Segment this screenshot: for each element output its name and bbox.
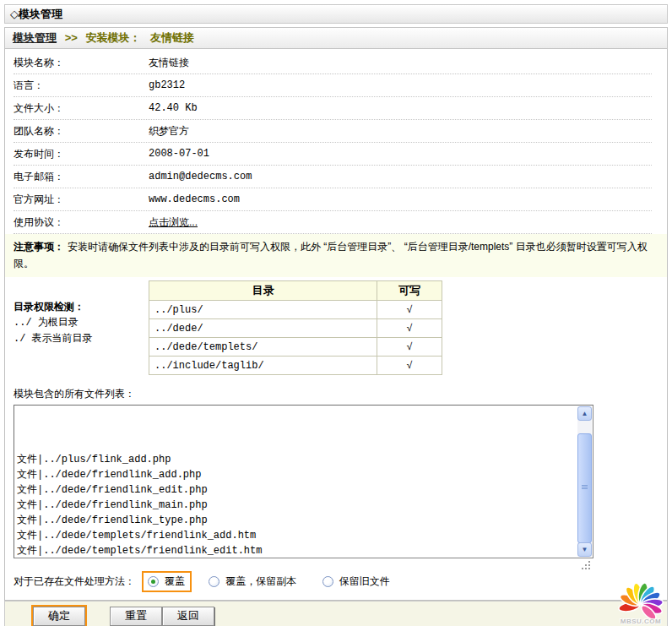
page-title: ◇模块管理 [4, 4, 668, 24]
notice-label: 注意事项： [14, 241, 64, 253]
form-row: 团队名称： 织梦官方 [14, 120, 652, 143]
radio-icon[interactable] [209, 576, 219, 587]
scrollbar-up-button[interactable]: ▲ [577, 406, 592, 421]
form-row: 使用协议： 点击浏览... [14, 211, 652, 234]
filelist-label: 模块包含的所有文件列表： [14, 387, 667, 400]
permission-table-header-row: 目录 可写 [149, 281, 442, 301]
field-label: 官方网址： [14, 188, 149, 210]
resize-grip-icon[interactable] [582, 561, 592, 571]
radio-option-label: 覆盖 [165, 574, 185, 589]
table-row: ../plus/ √ [149, 301, 442, 319]
permission-section: 目录权限检测： ../ 为根目录 ./ 表示当前目录 目录 可写 ../plus… [14, 280, 667, 375]
writable-checkmark: √ [377, 338, 442, 357]
file-entry: 文件|../dede/templets/friendlink_add.htm [17, 528, 578, 543]
directory-path: ../include/taglib/ [149, 357, 377, 375]
field-value: gb2312 [149, 74, 185, 96]
footer-button[interactable]: 确定 [33, 607, 85, 626]
scrollbar-thumb[interactable] [577, 433, 592, 543]
permission-table: 目录 可写 ../plus/ √ ../dede/ √ [149, 280, 442, 375]
field-value: 42.40 Kb [149, 97, 198, 119]
table-row: ../dede/ √ [149, 319, 442, 338]
field-value: www.dedecms.com [149, 188, 240, 210]
table-row: ../dede/templets/ √ [149, 338, 442, 357]
table-row: ../include/taglib/ √ [149, 357, 442, 375]
radio-option-label: 保留旧文件 [339, 574, 390, 589]
writable-checkmark: √ [377, 301, 442, 319]
directory-path: ../dede/ [149, 319, 377, 338]
module-info-fields: 模块名称： 友情链接 语言： gb2312 文件大小： 42.40 Kb 团队名… [5, 52, 667, 234]
field-label: 团队名称： [14, 120, 149, 142]
breadcrumb: 模块管理 >> 安装模块： 友情链接 [4, 27, 668, 49]
field-value: admin@dedecms.com [149, 166, 252, 188]
file-entry: 文件|../dede/friendlink_main.php [17, 498, 578, 513]
footer-action-bar: 确定 重置 返回 [4, 601, 668, 626]
filelist-content: 文件|../plus/flink_add.php文件|../dede/frien… [14, 406, 578, 558]
notice-text: 安装时请确保文件列表中涉及的目录前可写入权限，此外 “后台管理目录”、 “后台管… [14, 241, 648, 269]
field-label: 模块名称： [14, 52, 149, 73]
column-header-writable: 可写 [377, 281, 442, 301]
footer-button[interactable]: 返回 [162, 607, 214, 626]
field-label: 发布时间： [14, 143, 149, 165]
file-handling-label: 对于已存在文件处理方法： [14, 574, 135, 589]
file-entry: 文件|../dede/friendlink_add.php [17, 467, 578, 482]
notice-banner: 注意事项：安装时请确保文件列表中涉及的目录前可写入权限，此外 “后台管理目录”、… [5, 234, 667, 277]
field-value: 2008-07-01 [149, 143, 209, 165]
permission-hint-current: ./ 表示当前目录 [14, 331, 149, 347]
permission-hint-root: ../ 为根目录 [14, 315, 149, 331]
writable-checkmark: √ [377, 319, 442, 338]
form-row: 模块名称： 友情链接 [14, 52, 652, 74]
scrollbar-track[interactable]: ▲ ▼ [577, 406, 592, 557]
field-label: 语言： [14, 74, 149, 96]
file-entry: 文件|../dede/friendlink_edit.php [17, 482, 578, 498]
column-header-directory: 目录 [149, 281, 377, 301]
scrollbar-down-button[interactable]: ▼ [577, 542, 592, 557]
radio-option[interactable]: 覆盖，保留副本 [204, 573, 301, 591]
file-entry: 文件|../dede/templets/friendlink_edit.htm [17, 543, 578, 558]
file-entry: 文件|../dede/friendlink_type.php [17, 513, 578, 528]
module-info-panel: 模块名称： 友情链接 语言： gb2312 文件大小： 42.40 Kb 团队名… [4, 49, 668, 601]
radio-icon[interactable] [148, 576, 159, 587]
form-row: 文件大小： 42.40 Kb [14, 97, 652, 120]
footer-button[interactable]: 重置 [110, 607, 162, 626]
directory-path: ../plus/ [149, 301, 377, 319]
breadcrumb-current-module: 友情链接 [150, 31, 194, 44]
file-entry: 文件|../plus/flink_add.php [17, 452, 578, 467]
form-row: 语言： gb2312 [14, 74, 652, 97]
field-label: 文件大小： [14, 97, 149, 119]
directory-path: ../dede/templets/ [149, 338, 377, 357]
file-handling-options: 覆盖 覆盖，保留副本 保留旧文件 [142, 571, 409, 592]
form-row: 发布时间： 2008-07-01 [14, 143, 652, 166]
breadcrumb-module-link[interactable]: 模块管理 [13, 31, 57, 44]
field-value: 友情链接 [149, 52, 189, 73]
field-value: 织梦官方 [149, 120, 189, 142]
permission-title: 目录权限检测： [14, 299, 149, 315]
radio-option-label: 覆盖，保留副本 [225, 574, 296, 589]
radio-option[interactable]: 覆盖 [142, 571, 192, 592]
field-label: 电子邮箱： [14, 166, 149, 188]
filelist-area: 文件|../plus/flink_add.php文件|../dede/frien… [14, 405, 593, 560]
form-row: 电子邮箱： admin@dedecms.com [14, 166, 652, 188]
filelist-textarea[interactable]: 文件|../plus/flink_add.php文件|../dede/frien… [14, 405, 593, 558]
breadcrumb-section: 安装模块： [85, 31, 140, 44]
permission-legend: 目录权限检测： ../ 为根目录 ./ 表示当前目录 [14, 280, 149, 375]
breadcrumb-separator: >> [65, 31, 78, 44]
form-row: 官方网址： www.dedecms.com [14, 188, 652, 211]
file-handling-row: 对于已存在文件处理方法： 覆盖 覆盖，保留副本 保留旧文件 [14, 569, 667, 593]
field-value[interactable]: 点击浏览... [149, 211, 198, 233]
field-label: 使用协议： [14, 211, 149, 233]
writable-checkmark: √ [377, 357, 442, 375]
radio-option[interactable]: 保留旧文件 [318, 573, 395, 591]
radio-icon[interactable] [322, 576, 333, 587]
